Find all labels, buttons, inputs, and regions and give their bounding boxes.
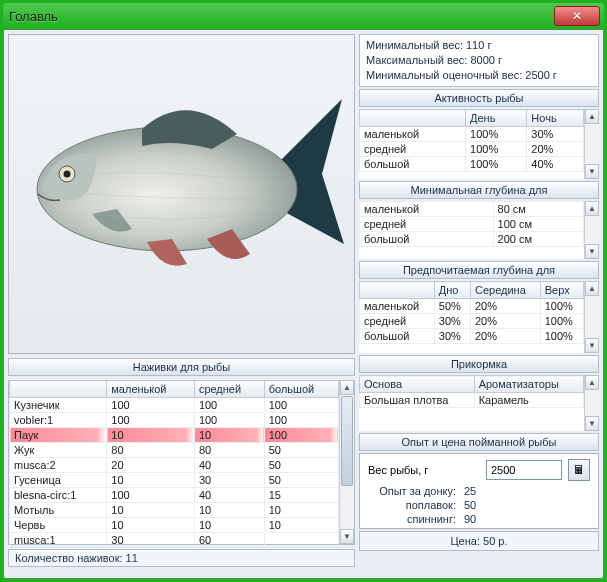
table-row[interactable]: blesna-circ:11004015 (10, 488, 339, 503)
table-row[interactable]: Паук1010100 (10, 428, 339, 443)
weights-panel: Минимальный вес: 110 г Максимальный вес:… (359, 34, 599, 87)
scroll-thumb[interactable] (341, 396, 353, 486)
bait-col-small[interactable]: маленькой (107, 381, 195, 398)
titlebar[interactable]: Голавль ✕ (3, 3, 604, 29)
weight-input[interactable] (486, 460, 562, 480)
bait-heading: Наживки для рыбы (8, 358, 355, 376)
exp-row: Опыт за донку:25 (360, 484, 598, 498)
bait-table: маленькой средней большой Кузнечик100100… (8, 380, 355, 545)
scroll-up-icon[interactable]: ▲ (340, 380, 354, 395)
scroll-up-icon[interactable]: ▲ (585, 281, 599, 296)
pref-depth-heading: Предпочитаемая глубина для (359, 261, 599, 279)
bait-col-med[interactable]: средней (194, 381, 264, 398)
price-row: Цена: 50 р. (359, 531, 599, 551)
pref-depth-scrollbar[interactable]: ▲ ▼ (584, 281, 599, 353)
fish-image (8, 34, 355, 354)
activity-scrollbar[interactable]: ▲ ▼ (584, 109, 599, 179)
table-row[interactable]: Мотыль101010 (10, 503, 339, 518)
close-icon: ✕ (572, 9, 582, 23)
bait-col-name[interactable] (10, 381, 107, 398)
activity-heading: Активность рыбы (359, 89, 599, 107)
calculate-button[interactable]: 🖩 (568, 459, 590, 481)
table-row[interactable]: Гусеница103050 (10, 473, 339, 488)
activity-table: День Ночь маленькой100%30%средней100%20%… (359, 109, 599, 179)
min-depth-table: маленькой80 смсредней100 смбольшой200 см… (359, 201, 599, 259)
groundbait-heading: Прикормка (359, 355, 599, 373)
weight-label: Вес рыбы, г (368, 464, 480, 476)
window-title: Голавль (9, 9, 58, 24)
table-row[interactable]: средней30%20%100% (360, 314, 584, 329)
scroll-down-icon[interactable]: ▼ (340, 529, 354, 544)
table-row[interactable]: маленькой100%30% (360, 127, 584, 142)
bait-scrollbar[interactable]: ▲ ▼ (339, 380, 354, 544)
scroll-down-icon[interactable]: ▼ (585, 244, 599, 259)
scroll-up-icon[interactable]: ▲ (585, 375, 599, 390)
table-row[interactable]: средней100%20% (360, 142, 584, 157)
exp-heading: Опыт и цена пойманной рыбы (359, 433, 599, 451)
table-row[interactable]: Жук808050 (10, 443, 339, 458)
table-row[interactable]: vobler:1100100100 (10, 413, 339, 428)
table-row[interactable]: большой200 см (360, 232, 584, 247)
scroll-down-icon[interactable]: ▼ (585, 164, 599, 179)
close-button[interactable]: ✕ (554, 6, 600, 26)
exp-panel: Вес рыбы, г 🖩 Опыт за донку:25поплавок:5… (359, 453, 599, 529)
table-row[interactable]: большой100%40% (360, 157, 584, 172)
app-window: Голавль ✕ (0, 0, 607, 582)
bait-col-big[interactable]: большой (264, 381, 338, 398)
table-row[interactable]: средней100 см (360, 217, 584, 232)
scroll-down-icon[interactable]: ▼ (585, 416, 599, 431)
table-row[interactable]: Кузнечик100100100 (10, 398, 339, 413)
scroll-down-icon[interactable]: ▼ (585, 338, 599, 353)
calculator-icon: 🖩 (573, 463, 585, 477)
svg-point-2 (63, 171, 70, 178)
table-row[interactable]: маленькой80 см (360, 202, 584, 217)
table-row[interactable]: Большая плотва Карамель (360, 393, 584, 408)
exp-row: поплавок:50 (360, 498, 598, 512)
pref-depth-table: Дно Середина Верх маленькой50%20%100%сре… (359, 281, 599, 353)
table-row[interactable]: musca:13060 (10, 533, 339, 548)
min-depth-scrollbar[interactable]: ▲ ▼ (584, 201, 599, 259)
min-depth-heading: Минимальная глубина для (359, 181, 599, 199)
groundbait-table: Основа Ароматизаторы Большая плотва Кара… (359, 375, 599, 431)
groundbait-scrollbar[interactable]: ▲ ▼ (584, 375, 599, 431)
table-row[interactable]: Червь101010 (10, 518, 339, 533)
exp-row: спиннинг:90 (360, 512, 598, 526)
table-row[interactable]: маленькой50%20%100% (360, 299, 584, 314)
table-row[interactable]: большой30%20%100% (360, 329, 584, 344)
client-area: Наживки для рыбы маленькой средней больш… (3, 29, 604, 579)
scroll-up-icon[interactable]: ▲ (585, 201, 599, 216)
scroll-up-icon[interactable]: ▲ (585, 109, 599, 124)
table-row[interactable]: musca:2204050 (10, 458, 339, 473)
fish-illustration (12, 44, 352, 344)
bait-count-status: Количество наживок: 11 (8, 549, 355, 567)
